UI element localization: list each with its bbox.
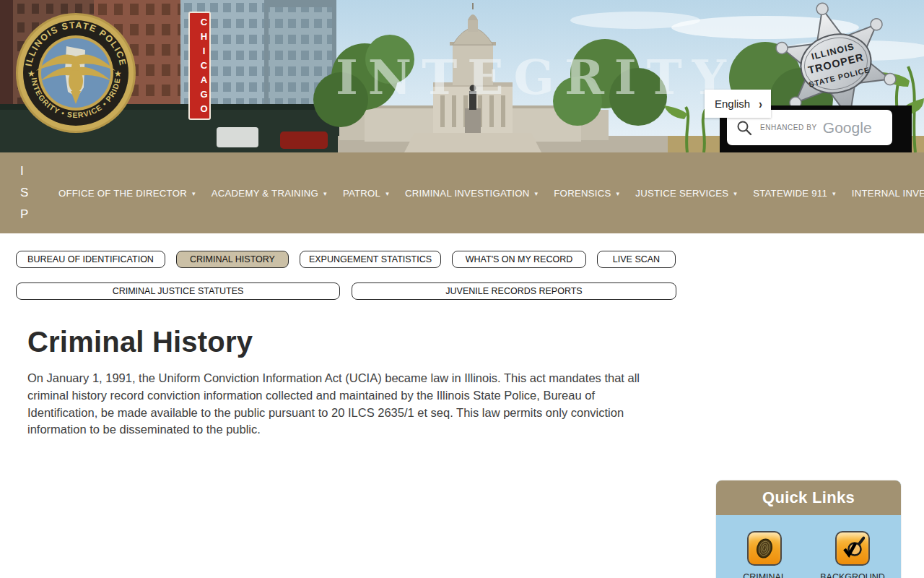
- main-navbar: I S P OFFICE OF THE DIRECTOR ACADEMY & T…: [0, 152, 924, 233]
- quick-links-title: Quick Links: [716, 480, 901, 515]
- magnifier-check-icon: [835, 531, 870, 566]
- quicklink-label: BACKGROUND CHECK GUIDE: [812, 571, 893, 578]
- page-title: Criminal History: [27, 326, 663, 358]
- nav-patrol[interactable]: PATROL: [335, 182, 397, 204]
- nav-criminal-investigation[interactable]: CRIMINAL INVESTIGATION: [397, 182, 546, 204]
- logo-letter-i: I: [20, 160, 33, 182]
- fingerprint-icon: [747, 531, 782, 566]
- quicklink-label: CRIMINAL HISTORY FEE SCHEDULE: [724, 571, 805, 578]
- quick-links-panel: Quick Links CRIMINAL HISTORY FEE SCHEDUL…: [716, 480, 901, 578]
- tab-juvenile-records-reports[interactable]: JUVENILE RECORDS REPORTS: [352, 282, 676, 300]
- section-tabs-row-2: CRIMINAL JUSTICE STATUTES JUVENILE RECOR…: [16, 268, 924, 300]
- tab-expungement-statistics[interactable]: EXPUNGEMENT STATISTICS: [300, 251, 441, 268]
- svg-text:★: ★: [114, 69, 122, 79]
- isp-seal: ILLINOIS STATE POLICE INTEGRITY • SERVIC…: [16, 13, 136, 133]
- nav-internal-investigation[interactable]: INTERNAL INVESTIGATION: [844, 182, 924, 204]
- nav-menu: OFFICE OF THE DIRECTOR ACADEMY & TRAININ…: [51, 182, 924, 204]
- isp-logo-link[interactable]: I S P: [20, 160, 33, 225]
- nav-statewide-911[interactable]: STATEWIDE 911: [745, 182, 844, 204]
- tab-bureau-of-identification[interactable]: BUREAU OF IDENTIFICATION: [16, 251, 165, 268]
- search-icon: [736, 119, 753, 137]
- nav-forensics[interactable]: FORENSICS: [546, 182, 627, 204]
- quicklink-criminal-history-fee-schedule[interactable]: CRIMINAL HISTORY FEE SCHEDULE: [721, 531, 808, 578]
- svg-text:★: ★: [27, 69, 35, 79]
- chicago-theatre-sign: CHICAGO: [188, 12, 211, 120]
- header-photo-collage: ILLINOIS STATE POLICE INTEGRITY • SERVIC…: [0, 0, 924, 152]
- page-content: BUREAU OF IDENTIFICATION CRIMINAL HISTOR…: [0, 233, 924, 578]
- tab-criminal-justice-statutes[interactable]: CRIMINAL JUSTICE STATUTES: [16, 282, 340, 300]
- tab-criminal-history[interactable]: CRIMINAL HISTORY: [176, 251, 289, 268]
- nav-justice-services[interactable]: JUSTICE SERVICES: [627, 182, 745, 204]
- nav-academy-training[interactable]: ACADEMY & TRAINING: [204, 182, 335, 204]
- nav-office-of-the-director[interactable]: OFFICE OF THE DIRECTOR: [51, 182, 204, 204]
- search-placeholder-prefix: ENHANCED BY: [760, 124, 817, 131]
- section-tabs-row-1: BUREAU OF IDENTIFICATION CRIMINAL HISTOR…: [16, 233, 924, 268]
- quicklink-background-check-guide[interactable]: BACKGROUND CHECK GUIDE: [809, 531, 896, 578]
- language-selector[interactable]: English ›: [705, 90, 771, 118]
- quick-links-grid: CRIMINAL HISTORY FEE SCHEDULE BACKGROUND…: [716, 515, 901, 578]
- chevron-right-icon: ›: [759, 96, 762, 111]
- tab-live-scan[interactable]: LIVE SCAN: [597, 251, 676, 268]
- tab-whats-on-my-record[interactable]: WHAT'S ON MY RECORD: [452, 251, 586, 268]
- logo-letter-p: P: [20, 204, 33, 225]
- google-brand-text: Google: [823, 119, 872, 137]
- page-body-text: On January 1, 1991, the Uniform Convicti…: [27, 370, 663, 439]
- language-label: English: [715, 98, 750, 110]
- logo-letter-s: S: [20, 182, 33, 204]
- article: Criminal History On January 1, 1991, the…: [27, 326, 663, 439]
